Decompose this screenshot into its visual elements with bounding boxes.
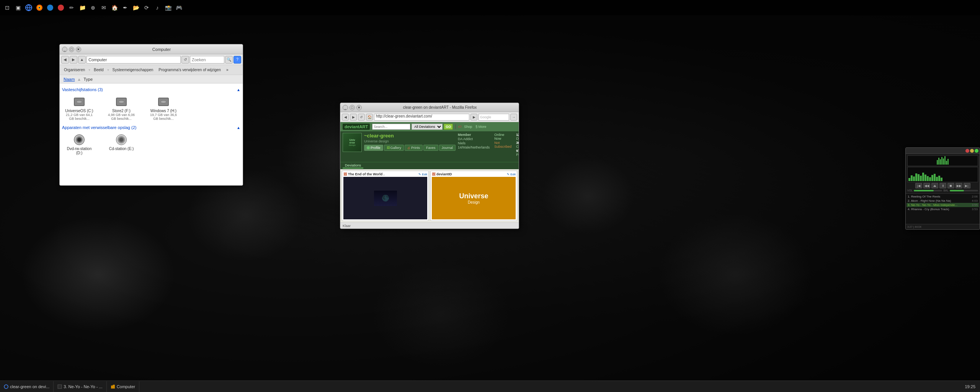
ff-search-input[interactable]: Google <box>479 114 509 121</box>
ff-reload-btn[interactable]: ↺ <box>358 114 365 121</box>
da-tab-gallery[interactable]: 🖼 Gallery <box>384 145 404 151</box>
mp-minimize-btn[interactable] <box>970 149 974 153</box>
eq-bar-3 <box>913 176 915 181</box>
taskbar-icon-17[interactable]: 🎮 <box>175 3 183 12</box>
ff-minimize-btn[interactable]: _ <box>343 105 348 110</box>
ff-search-go-btn[interactable]: → <box>510 114 517 121</box>
window-close-btn[interactable]: ✕ <box>76 47 81 52</box>
ff-go-btn[interactable]: ▶ <box>470 114 477 121</box>
taskbar-icon-12[interactable]: ✒ <box>121 3 129 12</box>
mp-prev-btn[interactable]: |◀ <box>915 183 922 188</box>
taskbar-icon-13[interactable]: 📂 <box>132 3 140 12</box>
da-go-button[interactable]: GO <box>444 124 453 130</box>
mp-pause-btn[interactable]: ⏸ <box>939 183 946 188</box>
col-type[interactable]: Type <box>82 77 94 82</box>
nav-back-btn[interactable]: ◀ <box>61 56 69 64</box>
da-shop-link[interactable]: Shop <box>464 125 472 129</box>
nav-refresh-btn[interactable]: ↺ <box>181 56 189 64</box>
mp-volume-row: VOL BAL <box>907 189 978 192</box>
taskbar-item-files[interactable]: Computer <box>107 381 139 392</box>
nav-forward-btn[interactable]: ▶ <box>70 56 77 64</box>
mp-playlist-item-2[interactable]: 2. Akon - Right Now (Na Na Na) 4:03 <box>906 199 979 203</box>
taskbar-icon-14[interactable]: ⟳ <box>142 3 151 12</box>
taskbar-icon-10[interactable]: ✉ <box>100 3 108 12</box>
mp-maximize-btn[interactable] <box>975 149 978 153</box>
taskbar-icon-16[interactable]: 📸 <box>164 3 172 12</box>
da-tab-journal[interactable]: Journal <box>439 145 456 151</box>
mp-playlist-item-1[interactable]: 1. Reeling Of The Reels 2:06 <box>906 194 979 199</box>
nav-up-btn[interactable]: ▲ <box>78 56 86 64</box>
ff-maximize-btn[interactable]: □ <box>350 105 355 110</box>
ff-forward-btn[interactable]: ▶ <box>350 114 357 121</box>
view-btn[interactable]: Beeld <box>92 67 106 73</box>
da-pageviews-stat: 979 Pageviews <box>516 149 519 157</box>
mp-playlist-item-3[interactable]: 3. Ne-Yo - Ne-Yo - Miss Independe... 3:5… <box>906 203 979 207</box>
col-name[interactable]: Naam <box>62 77 76 82</box>
da-username[interactable]: ~clear-green <box>364 133 456 139</box>
taskbar-icon-3[interactable] <box>24 3 33 12</box>
drive-h[interactable]: Windows 7 (H:) 19,7 GB van 36,6 GB besch… <box>146 94 181 122</box>
window-maximize-btn[interactable]: □ <box>69 47 74 52</box>
da-tab-profile[interactable]: Profile <box>364 145 383 151</box>
taskbar-icon-firefox[interactable] <box>35 3 44 12</box>
da-more-link[interactable]: § More <box>475 125 486 129</box>
toolbar2-separator2: ▾ <box>107 68 109 72</box>
taskbar-icon-5[interactable] <box>46 3 54 12</box>
da-deviations-tab[interactable]: Deviations <box>343 163 363 168</box>
programs-btn[interactable]: Programma's verwijderen of wijzigen <box>157 67 223 73</box>
mp-next-btn[interactable]: ▶| <box>964 183 970 188</box>
da-search-scope[interactable]: All Deviations <box>412 124 443 130</box>
taskbar-icon-1[interactable]: ⊡ <box>3 3 11 12</box>
search-input[interactable] <box>190 56 224 64</box>
mp-rewind-btn[interactable]: ◀◀ <box>923 183 930 188</box>
taskbar-icon-8[interactable]: 📁 <box>78 3 87 12</box>
drive-c[interactable]: UniverseOS (C:) 21,2 GB van 64,1 GB besc… <box>62 94 96 122</box>
firefox-navbar: ◀ ▶ ↺ 🏠 http://clear-green.deviantart.co… <box>340 112 519 122</box>
vaste-section-toggle[interactable]: ▲ <box>237 88 240 92</box>
da-tab-faves[interactable]: Faves <box>423 145 438 151</box>
help-btn[interactable]: ? <box>234 56 241 64</box>
organise-btn[interactable]: Organiseren <box>62 67 87 73</box>
ff-home-btn[interactable]: 🏠 <box>366 114 373 121</box>
da-logo[interactable]: deviantART <box>343 124 370 130</box>
da-search-input[interactable] <box>372 124 410 130</box>
removable-section-toggle[interactable]: ▲ <box>237 126 240 130</box>
mp-playlist-item-4[interactable]: 4. Rhanna - Cry (Bonus Track) 3:53 <box>906 207 979 211</box>
drive-e[interactable]: Cd-station (E:) <box>104 132 139 157</box>
mp-forward-btn[interactable]: ▶▶ <box>956 183 962 188</box>
drive-f[interactable]: Store2 (F:) 4,98 GB van 6,06 GB beschik.… <box>104 94 139 122</box>
window-minimize-btn[interactable]: _ <box>62 47 67 52</box>
mp-volume-slider[interactable] <box>914 190 942 191</box>
da-nav-tabs: Profile 🖼 Gallery 🖨 Prints Faves Journ <box>364 145 456 151</box>
taskbar-icon-15[interactable]: ♪ <box>153 3 162 12</box>
taskbar-icon-11[interactable]: 🏠 <box>110 3 119 12</box>
mp-eject-btn[interactable]: ⏏ <box>931 183 938 188</box>
taskbar-item-music[interactable]: 3. Ne-Yo - Ne-Yo - ... <box>54 381 106 392</box>
taskbar-icon-6[interactable] <box>57 3 65 12</box>
vis-bar-4 <box>941 157 942 165</box>
address-bar[interactable]: Computer <box>87 56 181 64</box>
taskbar-icon-9[interactable]: ⊕ <box>89 3 97 12</box>
da-tab-prints[interactable]: 🖨 Prints <box>405 145 423 151</box>
search-icon[interactable]: 🔍 <box>225 56 233 64</box>
eq-bar-12 <box>934 174 936 181</box>
taskbar-icon-7[interactable]: ✏ <box>67 3 76 12</box>
ff-url-bar[interactable]: http://clear-green.deviantart.com/ <box>374 114 469 121</box>
drive-f-icon <box>115 96 127 108</box>
da-gallery-edit-1-btn[interactable]: ✎ Edit <box>418 173 427 176</box>
sysprops-btn[interactable]: Systeemeigenschappen <box>111 67 155 73</box>
da-gallery-item-2: 🖼 deviantID ✎ Edit Universe Design <box>430 171 517 221</box>
mp-close-btn[interactable] <box>965 149 969 153</box>
file-manager-titlebar: _ □ ✕ Computer <box>60 44 243 54</box>
taskbar-item-browser[interactable]: clear-green on devi... <box>0 381 54 392</box>
drive-c-desc: 21,2 GB van 64,1 GB beschik... <box>64 113 95 121</box>
mp-stop-btn[interactable]: ⏹ <box>947 183 954 188</box>
ff-close-btn[interactable]: ✕ <box>356 105 362 110</box>
da-gallery-edit-2-btn[interactable]: ✎ Edit <box>507 173 516 176</box>
taskbar-icon-2[interactable]: ▣ <box>14 3 22 12</box>
drive-d[interactable]: Dvd-rw-station (D:) <box>62 132 96 157</box>
more-btn[interactable]: » <box>224 67 230 73</box>
mp-balance-slider[interactable] <box>950 190 978 191</box>
mp-top-row <box>907 155 978 166</box>
ff-back-btn[interactable]: ◀ <box>342 114 349 121</box>
